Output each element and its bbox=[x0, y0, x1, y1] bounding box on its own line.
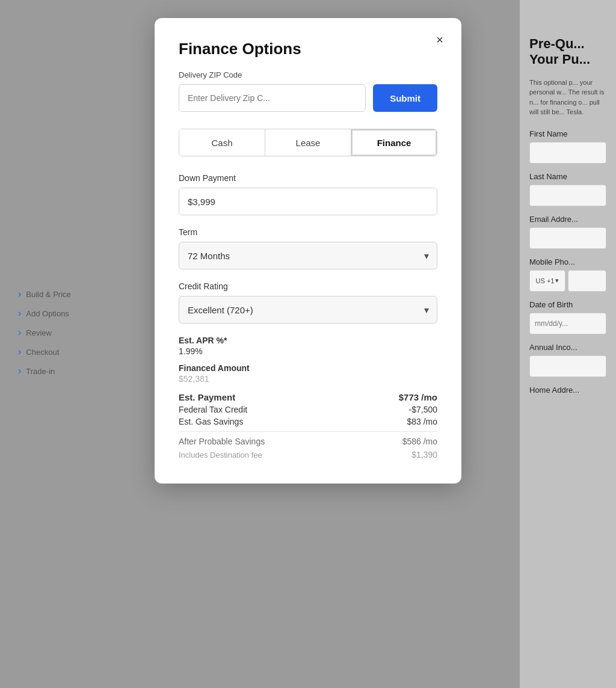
est-payment-row: Est. Payment $773 /mo bbox=[179, 392, 437, 402]
credit-rating-select[interactable]: Excellent (720+) Good (690-719) Average … bbox=[179, 296, 437, 324]
payment-section: Est. Payment $773 /mo Federal Tax Credit… bbox=[179, 392, 437, 426]
gas-savings-value: $83 /mo bbox=[407, 417, 437, 426]
est-payment-value: $773 /mo bbox=[399, 392, 437, 402]
financed-amount-label: Financed Amount bbox=[179, 363, 437, 373]
term-select-wrapper: 36 Months 48 Months 60 Months 72 Months … bbox=[179, 242, 437, 269]
gas-savings-row: Est. Gas Savings $83 /mo bbox=[179, 417, 437, 426]
down-payment-label: Down Payment bbox=[179, 173, 437, 183]
federal-tax-label: Federal Tax Credit bbox=[179, 405, 247, 414]
modal-title: Finance Options bbox=[179, 40, 437, 58]
credit-rating-select-wrapper: Excellent (720+) Good (690-719) Average … bbox=[179, 296, 437, 324]
destination-fee-label: Includes Destination fee bbox=[179, 450, 262, 459]
federal-tax-row: Federal Tax Credit -$7,500 bbox=[179, 405, 437, 414]
financed-amount-value: $52,381 bbox=[179, 374, 437, 384]
term-select[interactable]: 36 Months 48 Months 60 Months 72 Months … bbox=[179, 242, 437, 269]
credit-rating-label: Credit Rating bbox=[179, 281, 437, 291]
apr-label: Est. APR %* bbox=[179, 336, 437, 345]
down-payment-input[interactable] bbox=[179, 188, 437, 215]
modal-overlay: × Finance Options Delivery ZIP Code Subm… bbox=[0, 0, 616, 688]
apr-section: Est. APR %* 1.99% bbox=[179, 336, 437, 356]
close-button[interactable]: × bbox=[430, 30, 449, 49]
zip-label: Delivery ZIP Code bbox=[179, 70, 437, 79]
apr-value: 1.99% bbox=[179, 346, 437, 356]
tab-cash[interactable]: Cash bbox=[179, 129, 265, 156]
est-payment-label: Est. Payment bbox=[179, 392, 235, 402]
zip-row: Submit bbox=[179, 84, 437, 112]
term-label: Term bbox=[179, 227, 437, 237]
submit-button[interactable]: Submit bbox=[373, 84, 437, 112]
finance-options-modal: × Finance Options Delivery ZIP Code Subm… bbox=[155, 18, 461, 484]
federal-tax-value: -$7,500 bbox=[409, 405, 437, 414]
destination-fee-value: $1,390 bbox=[411, 450, 437, 459]
gas-savings-label: Est. Gas Savings bbox=[179, 417, 243, 426]
tab-lease[interactable]: Lease bbox=[265, 129, 351, 156]
payment-type-tabs: Cash Lease Finance bbox=[179, 129, 437, 156]
financed-section: Financed Amount $52,381 bbox=[179, 363, 437, 384]
after-savings-label: After Probable Savings bbox=[179, 437, 265, 446]
zip-input[interactable] bbox=[179, 84, 366, 112]
tab-finance[interactable]: Finance bbox=[351, 129, 437, 156]
after-savings-row: After Probable Savings $586 /mo bbox=[179, 431, 437, 446]
destination-fee-row: Includes Destination fee $1,390 bbox=[179, 450, 437, 459]
after-savings-value: $586 /mo bbox=[402, 437, 437, 446]
